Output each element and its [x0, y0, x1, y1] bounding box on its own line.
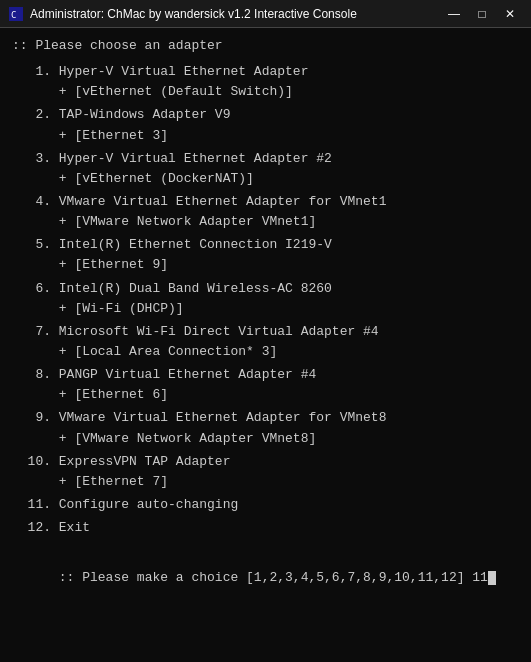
list-item-4-sub: + [VMware Network Adapter VMnet1]: [12, 212, 519, 232]
list-item-5-sub: + [Ethernet 9]: [12, 255, 519, 275]
list-item-10-sub: + [Ethernet 7]: [12, 472, 519, 492]
console-icon: C: [8, 6, 24, 22]
svg-text:C: C: [11, 10, 16, 20]
list-item-3: 3. Hyper-V Virtual Ethernet Adapter #2: [12, 149, 519, 169]
minimize-button[interactable]: —: [441, 4, 467, 24]
title-bar-left: C Administrator: ChMac by wandersick v1.…: [8, 6, 357, 22]
list-item-7-sub: + [Local Area Connection* 3]: [12, 342, 519, 362]
list-item-1-sub: + [vEthernet (Default Switch)]: [12, 82, 519, 102]
title-bar-controls: — □ ✕: [441, 4, 523, 24]
list-item-10: 10. ExpressVPN TAP Adapter: [12, 452, 519, 472]
list-item-9: 9. VMware Virtual Ethernet Adapter for V…: [12, 408, 519, 428]
footer-prompt[interactable]: :: Please make a choice [1,2,3,4,5,6,7,8…: [12, 548, 519, 608]
maximize-button[interactable]: □: [469, 4, 495, 24]
cursor: [488, 571, 496, 585]
title-bar: C Administrator: ChMac by wandersick v1.…: [0, 0, 531, 28]
list-item-11: 11. Configure auto-changing: [12, 495, 519, 515]
console-body: :: Please choose an adapter 1. Hyper-V V…: [0, 28, 531, 662]
title-text: Administrator: ChMac by wandersick v1.2 …: [30, 7, 357, 21]
list-item-6: 6. Intel(R) Dual Band Wireless-AC 8260: [12, 279, 519, 299]
list-item-8-sub: + [Ethernet 6]: [12, 385, 519, 405]
list-item-9-sub: + [VMware Network Adapter VMnet8]: [12, 429, 519, 449]
list-item-8: 8. PANGP Virtual Ethernet Adapter #4: [12, 365, 519, 385]
close-button[interactable]: ✕: [497, 4, 523, 24]
footer-text: :: Please make a choice [1,2,3,4,5,6,7,8…: [59, 570, 488, 585]
list-item-7: 7. Microsoft Wi-Fi Direct Virtual Adapte…: [12, 322, 519, 342]
list-item-12: 12. Exit: [12, 518, 519, 538]
list-item-5: 5. Intel(R) Ethernet Connection I219-V: [12, 235, 519, 255]
list-item-1: 1. Hyper-V Virtual Ethernet Adapter: [12, 62, 519, 82]
list-item-2: 2. TAP-Windows Adapter V9: [12, 105, 519, 125]
console-header: :: Please choose an adapter: [12, 36, 519, 56]
list-item-4: 4. VMware Virtual Ethernet Adapter for V…: [12, 192, 519, 212]
window: C Administrator: ChMac by wandersick v1.…: [0, 0, 531, 662]
list-item-6-sub: + [Wi-Fi (DHCP)]: [12, 299, 519, 319]
list-item-2-sub: + [Ethernet 3]: [12, 126, 519, 146]
list-item-3-sub: + [vEthernet (DockerNAT)]: [12, 169, 519, 189]
